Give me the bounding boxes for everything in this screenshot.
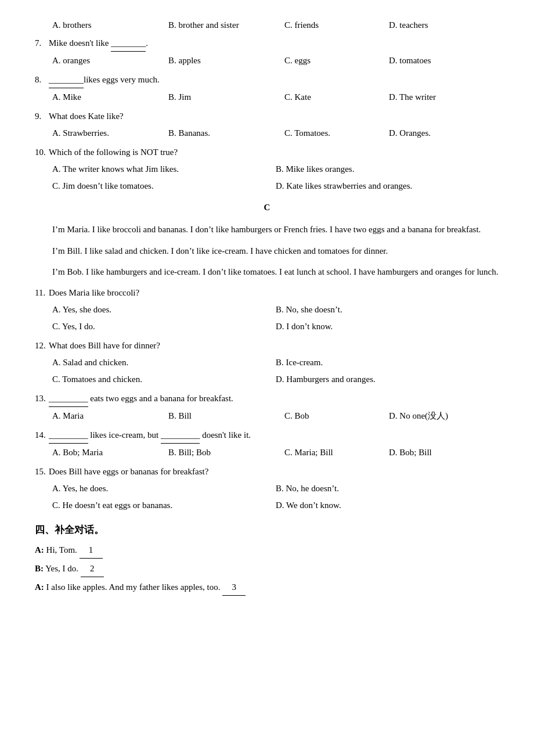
section-c-label: C: [35, 200, 499, 215]
q10-options-cd: C. Jim doesn’t like tomatoes. D. Kate li…: [35, 178, 499, 194]
q14-blank2: _________: [161, 427, 200, 444]
section-4-header: 四、补全对话。: [35, 521, 499, 539]
q9-number: 9.: [35, 109, 49, 124]
question-7: 7. Mike doesn't like ________. A. orange…: [35, 35, 499, 69]
question-14: 14. _________ likes ice-cream, but _____…: [35, 427, 499, 460]
q14-blank1: _________: [49, 427, 88, 444]
q13-option-a: A. Maria: [52, 408, 168, 424]
dialogue-blank-2: 2: [81, 561, 104, 577]
question-12: 12. What does Bill have for dinner? A. S…: [35, 338, 499, 387]
q14-option-a: A. Bob; Maria: [52, 445, 168, 460]
q6-option-d: D. teachers: [389, 17, 499, 33]
q10-text: Which of the following is NOT true?: [49, 145, 499, 160]
q8-number: 8.: [35, 72, 49, 88]
question-8: 8. ________likes eggs very much. A. Mike…: [35, 72, 499, 105]
q11-option-a: A. Yes, she does.: [52, 302, 276, 318]
dialogue-blank-3: 3: [222, 579, 246, 596]
question-13: 13. _________ eats two eggs and a banana…: [35, 391, 499, 424]
q10-option-d: D. Kate likes strawberries and oranges.: [276, 178, 499, 194]
q15-options-ab: A. Yes, he does. B. No, he doesn’t.: [35, 481, 499, 496]
q11-option-c: C. Yes, I do.: [52, 319, 276, 334]
q8-text: ________likes eggs very much.: [49, 72, 499, 88]
q14-text: _________ likes ice-cream, but _________…: [49, 427, 499, 444]
q13-option-c: C. Bob: [284, 408, 389, 424]
question-15: 15. Does Bill have eggs or bananas for b…: [35, 464, 499, 513]
q14-option-c: C. Maria; Bill: [284, 445, 389, 460]
q8-options: A. Mike B. Jim C. Kate D. The writer: [35, 89, 499, 105]
q12-options-cd: C. Tomatoes and chicken. D. Hamburgers a…: [35, 372, 499, 387]
dialogue-blank-1: 1: [80, 542, 103, 559]
q6-option-b: B. brother and sister: [168, 17, 284, 33]
q11-option-b: B. No, she doesn’t.: [276, 302, 499, 318]
q14-option-b: B. Bill; Bob: [168, 445, 284, 460]
q6-option-c: C. friends: [284, 17, 389, 33]
q10-option-a: A. The writer knows what Jim likes.: [52, 161, 276, 177]
q13-option-d: D. No one(没人): [389, 408, 499, 424]
q14-option-d: D. Bob; Bill: [389, 445, 499, 460]
q15-option-a: A. Yes, he does.: [52, 481, 276, 496]
q10-option-c: C. Jim doesn’t like tomatoes.: [52, 178, 276, 194]
question-10: 10. Which of the following is NOT true? …: [35, 145, 499, 194]
q13-option-b: B. Bill: [168, 408, 284, 424]
q6-option-a: A. brothers: [52, 17, 168, 33]
q8-option-c: C. Kate: [284, 89, 389, 105]
q15-option-c: C. He doesn’t eat eggs or bananas.: [52, 498, 276, 513]
q8-option-a: A. Mike: [52, 89, 168, 105]
q12-number: 12.: [35, 338, 49, 354]
q15-number: 15.: [35, 464, 49, 480]
dialogue-line-2: B: Yes, I do. 2: [35, 561, 499, 577]
question-11: 11. Does Maria like broccoli? A. Yes, sh…: [35, 285, 499, 334]
dialogue-a-label-2: A:: [35, 582, 44, 592]
q11-text: Does Maria like broccoli?: [49, 285, 499, 301]
q10-number: 10.: [35, 145, 49, 160]
q8-option-b: B. Jim: [168, 89, 284, 105]
q14-number: 14.: [35, 427, 49, 444]
q9-options: A. Strawberries. B. Bananas. C. Tomatoes…: [35, 125, 499, 141]
q15-text: Does Bill have eggs or bananas for break…: [49, 464, 499, 480]
q7-option-d: D. tomatoes: [389, 53, 499, 69]
dialogue-a-label-1: A:: [35, 545, 44, 555]
q8-blank: ________: [49, 72, 84, 88]
q7-blank: ________: [111, 35, 146, 52]
q9-option-b: B. Bananas.: [168, 125, 284, 141]
q15-option-d: D. We don’t know.: [276, 498, 499, 513]
q12-options-ab: A. Salad and chicken. B. Ice-cream.: [35, 355, 499, 370]
q7-option-b: B. apples: [168, 53, 284, 69]
q9-option-c: C. Tomatoes.: [284, 125, 389, 141]
q11-option-d: D. I don’t know.: [276, 319, 499, 334]
q15-option-b: B. No, he doesn’t.: [276, 481, 499, 496]
dialogue-line-3: A: I also like apples. And my father lik…: [35, 579, 499, 596]
q11-number: 11.: [35, 285, 49, 301]
passage-maria: I’m Maria. I like broccoli and bananas. …: [35, 221, 499, 238]
q7-option-c: C. eggs: [284, 53, 389, 69]
q7-options: A. oranges B. apples C. eggs D. tomatoes: [35, 53, 499, 69]
dialogue-b-label: B:: [35, 564, 44, 573]
q14-options: A. Bob; Maria B. Bill; Bob C. Maria; Bil…: [35, 445, 499, 460]
q12-option-a: A. Salad and chicken.: [52, 355, 276, 370]
question-9: 9. What does Kate like? A. Strawberries.…: [35, 109, 499, 141]
q12-text: What does Bill have for dinner?: [49, 338, 499, 354]
q13-blank: _________: [49, 391, 88, 407]
q9-text: What does Kate like?: [49, 109, 499, 124]
passage-bob: I’m Bob. I like hamburgers and ice-cream…: [35, 264, 499, 280]
dialogue-line-1: A: Hi, Tom. 1: [35, 542, 499, 559]
q7-number: 7.: [35, 35, 49, 52]
q6-options: A. brothers B. brother and sister C. fri…: [35, 17, 499, 33]
q15-options-cd: C. He doesn’t eat eggs or bananas. D. We…: [35, 498, 499, 513]
q12-option-c: C. Tomatoes and chicken.: [52, 372, 276, 387]
q11-options-cd: C. Yes, I do. D. I don’t know.: [35, 319, 499, 334]
q7-option-a: A. oranges: [52, 53, 168, 69]
q8-option-d: D. The writer: [389, 89, 499, 105]
q7-text: Mike doesn't like ________.: [49, 35, 499, 52]
q10-options-ab: A. The writer knows what Jim likes. B. M…: [35, 161, 499, 177]
q11-options-ab: A. Yes, she does. B. No, she doesn’t.: [35, 302, 499, 318]
q9-option-d: D. Oranges.: [389, 125, 499, 141]
q9-option-a: A. Strawberries.: [52, 125, 168, 141]
passage-bill: I’m Bill. I like salad and chicken. I do…: [35, 243, 499, 260]
q13-number: 13.: [35, 391, 49, 407]
q12-option-d: D. Hamburgers and oranges.: [276, 372, 499, 387]
q13-options: A. Maria B. Bill C. Bob D. No one(没人): [35, 408, 499, 424]
q13-text: _________ eats two eggs and a banana for…: [49, 391, 499, 407]
q12-option-b: B. Ice-cream.: [276, 355, 499, 370]
q10-option-b: B. Mike likes oranges.: [276, 161, 499, 177]
